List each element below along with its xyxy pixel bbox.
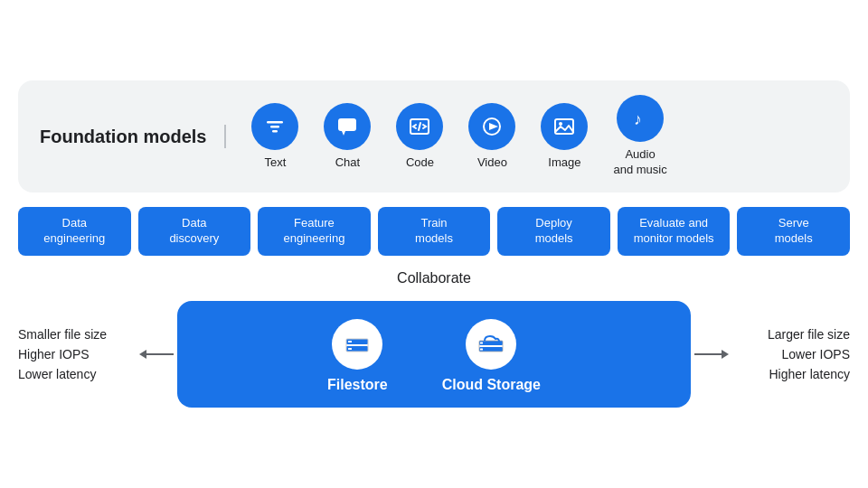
foundation-icon-chat: Chat (324, 103, 371, 171)
collaborate-label: Collaborate (18, 270, 850, 286)
cloud-storage-item: Cloud Storage (442, 319, 541, 393)
pipeline-step-deploy-models: Deploy models (497, 207, 610, 256)
main-diagram: Foundation models Text (18, 80, 850, 408)
text-icon-label: Text (265, 155, 287, 171)
chat-icon-circle (324, 103, 371, 150)
left-label-file-size: Smaller file size (18, 327, 137, 342)
svg-rect-13 (348, 341, 352, 343)
audio-icon-label: Audio and music (613, 147, 666, 178)
svg-rect-18 (480, 342, 483, 343)
svg-marker-8 (489, 123, 498, 130)
storage-left-labels: Smaller file size Higher IOPS Lower late… (18, 327, 145, 381)
foundation-icon-audio: ♪ Audio and music (613, 95, 666, 178)
left-label-iops: Higher IOPS (18, 347, 137, 361)
pipeline-step-train-models: Train models (378, 207, 491, 256)
cloud-storage-icon (466, 319, 516, 370)
pipeline-step-data-engineering: Data engineering (18, 207, 131, 256)
pipeline-step-serve-models: Serve models (737, 207, 850, 256)
svg-rect-9 (555, 119, 573, 134)
svg-marker-4 (342, 131, 345, 136)
pipeline-step-evaluate-monitor: Evaluate and monitor models (618, 207, 731, 256)
left-arrow (145, 353, 174, 355)
foundation-icons: Text Chat (226, 95, 666, 178)
pipeline-step-feature-engineering: Feature engineering (258, 207, 371, 256)
svg-rect-15 (348, 348, 352, 350)
video-icon-label: Video (477, 155, 507, 171)
video-icon-circle (468, 103, 515, 150)
foundation-row: Foundation models Text (18, 80, 850, 192)
filestore-label: Filestore (327, 377, 388, 393)
foundation-title: Foundation models (40, 125, 226, 148)
svg-point-10 (559, 122, 562, 126)
code-icon-label: Code (406, 155, 434, 171)
pipeline-step-data-discovery: Data discovery (138, 207, 251, 256)
filestore-item: Filestore (327, 319, 388, 393)
foundation-icon-text: Text (251, 103, 298, 171)
foundation-icon-image: Image (541, 103, 588, 171)
filestore-icon (332, 319, 382, 370)
right-label-latency: Higher latency (731, 367, 850, 381)
foundation-icon-code: Code (396, 103, 443, 171)
text-icon-circle (251, 103, 298, 150)
cloud-storage-label: Cloud Storage (442, 377, 541, 393)
left-label-latency: Lower latency (18, 367, 137, 381)
svg-rect-3 (338, 118, 356, 131)
storage-items: Filestore (327, 319, 541, 393)
svg-line-6 (419, 123, 420, 130)
right-label-iops: Lower IOPS (731, 347, 850, 361)
image-icon-circle (541, 103, 588, 150)
storage-right-labels: Larger file size Lower IOPS Higher laten… (723, 327, 850, 381)
code-icon-circle (396, 103, 443, 150)
svg-rect-20 (480, 348, 483, 350)
storage-box: Filestore (177, 301, 691, 408)
svg-rect-2 (272, 130, 278, 133)
svg-rect-1 (270, 126, 279, 128)
chat-icon-label: Chat (335, 155, 360, 171)
image-icon-label: Image (548, 155, 580, 171)
right-arrow (694, 353, 723, 355)
right-label-file-size: Larger file size (731, 327, 850, 342)
svg-text:♪: ♪ (634, 110, 642, 128)
pipeline-row: Data engineering Data discovery Feature … (18, 207, 850, 256)
audio-icon-circle: ♪ (617, 95, 664, 142)
foundation-icon-video: Video (468, 103, 515, 171)
storage-section: Smaller file size Higher IOPS Lower late… (18, 301, 850, 408)
svg-rect-0 (267, 121, 283, 124)
